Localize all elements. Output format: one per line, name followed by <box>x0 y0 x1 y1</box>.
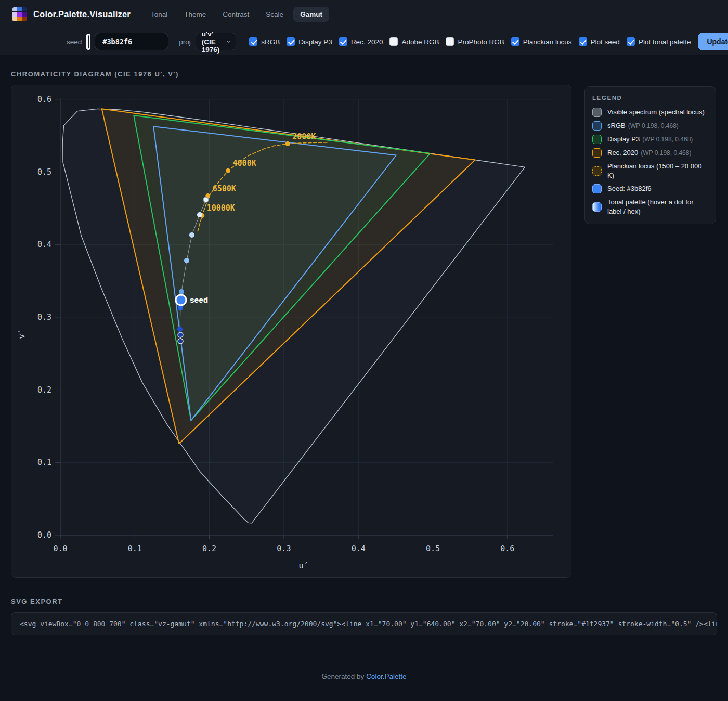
y-tick-label: 0.5 <box>37 167 51 177</box>
logo-tile <box>17 7 21 11</box>
svg-export-title: SVG EXPORT <box>11 598 717 605</box>
legend-item: Display P3(WP 0.198, 0.468) <box>592 135 708 144</box>
checkbox-label: ProPhoto RGB <box>458 38 504 46</box>
svg-export-code: <svg viewBox="0 0 800 700" class="vz-gam… <box>20 620 708 628</box>
seed-color-swatch <box>88 35 89 48</box>
legend-item: Planckian locus (1500 – 20 000 K) <box>592 162 708 180</box>
srgb-swatch-icon <box>592 121 602 131</box>
checkbox-unchecked-icon[interactable] <box>446 37 454 46</box>
logo-tile <box>12 12 17 16</box>
planckian-label-2000K: 2000K <box>292 132 316 141</box>
app-header: Color.Palette.Visualizer TonalThemeContr… <box>0 0 728 55</box>
checkbox-group: sRGBDisplay P3Rec. 2020Adobe RGBProPhoto… <box>242 37 691 46</box>
planckian-dot-2000K <box>285 141 290 146</box>
checkbox-checked-icon[interactable] <box>511 37 519 46</box>
tonal-dot-800[interactable] <box>178 332 183 337</box>
proj-label: proj <box>179 38 191 46</box>
chevron-down-icon <box>227 40 230 44</box>
main-nav: TonalThemeContrastScaleGamut <box>144 7 329 22</box>
legend-item: Visible spectrum (spectral locus) <box>592 108 708 117</box>
update-button[interactable]: Update <box>698 33 728 50</box>
x-tick-label: 0.6 <box>500 544 514 553</box>
x-tick-label: 0.2 <box>202 544 216 553</box>
y-tick-label: 0.0 <box>37 530 51 540</box>
rec2020-swatch-icon <box>592 148 602 158</box>
legend-item: sRGB(WP 0.198, 0.468) <box>592 121 708 131</box>
color-palette-link[interactable]: Color.Palette <box>366 672 406 680</box>
legend-label: Tonal palette (hover a dot for label / h… <box>607 198 708 216</box>
y-axis-label: v′ <box>17 329 27 339</box>
app-logo[interactable] <box>12 7 27 21</box>
legend-label: Seed: #3b82f6 <box>607 184 652 193</box>
checkbox-checked-icon[interactable] <box>249 37 257 46</box>
tab-contrast[interactable]: Contrast <box>216 7 256 22</box>
checkbox-label: Plot seed <box>591 38 620 46</box>
planckian-label-10000K: 10000K <box>207 203 235 213</box>
projection-select[interactable]: u'v' (CIE 1976) <box>196 33 237 50</box>
checkbox-label: Rec. 2020 <box>351 38 383 46</box>
x-axis-label: u′ <box>298 561 308 570</box>
checkbox-checked-icon[interactable] <box>627 37 635 46</box>
p3-swatch-icon <box>592 135 602 144</box>
chromaticity-diagram[interactable]: 0.00.10.20.30.40.50.60.00.10.20.30.40.50… <box>11 85 571 578</box>
logo-tile <box>17 12 21 16</box>
legend-label: Visible spectrum (spectral locus) <box>607 108 705 117</box>
logo-tile <box>22 12 27 16</box>
checkbox-checked-icon[interactable] <box>579 37 587 46</box>
checkbox-checked-icon[interactable] <box>287 37 295 46</box>
checkbox-prophoto-rgb[interactable]: ProPhoto RGB <box>446 37 504 46</box>
main-content: CHROMATICITY DIAGRAM (CIE 1976 U′, V′) 0… <box>0 70 728 635</box>
tab-scale[interactable]: Scale <box>259 7 290 22</box>
legend-item: Tonal palette (hover a dot for label / h… <box>592 198 708 216</box>
tonal-dot-200[interactable] <box>189 232 194 238</box>
svg-export-code-box[interactable]: <svg viewBox="0 0 800 700" class="vz-gam… <box>11 612 717 635</box>
checkbox-adobe-rgb[interactable]: Adobe RGB <box>389 37 439 46</box>
tonal-dot-300[interactable] <box>184 258 189 263</box>
checkbox-plot-seed[interactable]: Plot seed <box>579 37 620 46</box>
legend-label: Display P3(WP 0.198, 0.468) <box>607 135 693 144</box>
tonal-dot-900[interactable] <box>178 339 183 344</box>
chart-section-title: CHROMATICITY DIAGRAM (CIE 1976 U′, V′) <box>11 70 717 78</box>
legend-note: (WP 0.198, 0.468) <box>642 136 693 143</box>
projection-value: u'v' (CIE 1976) <box>202 30 223 54</box>
seed-dot[interactable] <box>176 295 186 305</box>
checkbox-checked-icon[interactable] <box>339 37 347 46</box>
checkbox-display-p3[interactable]: Display P3 <box>287 37 332 46</box>
planckian-label-6500K: 6500K <box>213 184 236 193</box>
legend-label: sRGB(WP 0.198, 0.468) <box>607 121 679 131</box>
checkbox-unchecked-icon[interactable] <box>389 37 398 46</box>
chromaticity-chart-panel: 0.00.10.20.30.40.50.60.00.10.20.30.40.50… <box>11 85 571 578</box>
tonal-dot-600[interactable] <box>178 305 183 310</box>
logo-tile <box>17 17 21 21</box>
checkbox-label: Adobe RGB <box>401 38 439 46</box>
legend-panel: LEGEND Visible spectrum (spectral locus)… <box>584 86 716 224</box>
logo-tile <box>12 7 17 11</box>
logo-tile <box>22 17 27 21</box>
tab-theme[interactable]: Theme <box>177 7 213 22</box>
checkbox-planckian-locus[interactable]: Planckian locus <box>511 37 572 46</box>
y-tick-label: 0.4 <box>37 240 51 249</box>
logo-tile <box>22 7 27 11</box>
tab-gamut[interactable]: Gamut <box>293 7 329 22</box>
tonal-dot-50[interactable] <box>203 197 209 202</box>
y-tick-label: 0.2 <box>37 385 51 395</box>
legend-label: Planckian locus (1500 – 20 000 K) <box>607 162 708 180</box>
seed-color-picker[interactable] <box>86 34 90 50</box>
seed-swatch-icon <box>592 184 602 193</box>
seed-dot-label: seed <box>190 295 208 304</box>
legend-label: Rec. 2020(WP 0.198, 0.468) <box>607 148 691 158</box>
tonal-dot-100[interactable] <box>197 212 202 217</box>
checkbox-label: sRGB <box>261 38 280 46</box>
tonal-dot-400[interactable] <box>179 289 184 294</box>
x-tick-label: 0.3 <box>277 544 291 553</box>
seed-hex-input[interactable] <box>95 33 168 50</box>
legend-item: Seed: #3b82f6 <box>592 184 708 193</box>
checkbox-rec-2020[interactable]: Rec. 2020 <box>339 37 383 46</box>
seed-label: seed <box>67 38 82 46</box>
tonal-dot-700[interactable] <box>177 327 183 332</box>
checkbox-label: Planckian locus <box>523 38 572 46</box>
tab-tonal[interactable]: Tonal <box>144 7 174 22</box>
checkbox-plot-tonal-palette[interactable]: Plot tonal palette <box>627 37 691 46</box>
checkbox-srgb[interactable]: sRGB <box>249 37 280 46</box>
logo-tile <box>12 17 17 21</box>
